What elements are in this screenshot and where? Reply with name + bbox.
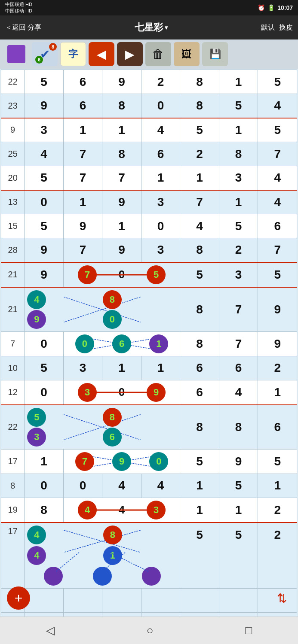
- header-left[interactable]: ＜返回 分享: [5, 23, 41, 32]
- cell: 0: [25, 190, 64, 214]
- nav-back-button[interactable]: ◁: [46, 624, 55, 637]
- cell: 1: [102, 214, 141, 238]
- cell: 1: [180, 498, 219, 522]
- cell: 2: [219, 238, 258, 262]
- four-three-circle-cell: 4 8 4 1: [25, 522, 180, 589]
- row-num: 7: [1, 331, 25, 356]
- cell: 4: [258, 190, 297, 214]
- circle-4e: 4: [78, 501, 97, 519]
- cell: 1: [141, 166, 180, 190]
- nav-recent-icon: □: [245, 624, 252, 637]
- cell: 9: [219, 449, 258, 474]
- table-row: 13 0 1 9 3 7 1 4: [1, 190, 297, 214]
- cell: 9: [25, 238, 64, 262]
- cell: 5: [219, 94, 258, 118]
- cell: 6: [258, 214, 297, 238]
- cell: 2: [141, 70, 180, 94]
- photos-icon: 🖼: [181, 48, 192, 60]
- add-button[interactable]: +: [7, 586, 30, 610]
- cell: 3: [141, 238, 180, 262]
- row-num: 22: [1, 405, 25, 450]
- back-tool[interactable]: ◀: [89, 42, 114, 66]
- header: ＜返回 分享 七星彩 ▾ 默认 换皮: [0, 15, 298, 39]
- cell: [219, 588, 258, 612]
- four-circle-cell2: 5 8 3 6: [25, 405, 180, 450]
- header-title: 七星彩 ▾: [135, 21, 168, 34]
- circle-6: 6: [112, 334, 131, 353]
- cell: 1: [219, 190, 258, 214]
- cell: 5: [25, 214, 64, 238]
- table-row-decorated2: 19 8 4 4 3 1 1 2: [1, 498, 297, 522]
- table-row-four-circle2: 22 5 8 3 6 8 8 6: [1, 405, 297, 450]
- cell: 5: [25, 166, 64, 190]
- nav-home-button[interactable]: ○: [147, 624, 154, 637]
- table-row: 25 4 7 8 6 2 8 7: [1, 142, 297, 166]
- cell: 6: [180, 356, 219, 380]
- cell: 7: [219, 287, 258, 332]
- header-right[interactable]: 默认 换皮: [261, 23, 293, 32]
- circle-8c: 8: [103, 408, 122, 427]
- photos-tool[interactable]: 🖼: [174, 42, 200, 66]
- share-button[interactable]: 分享: [28, 23, 41, 32]
- cell: 5: [180, 118, 219, 142]
- trash-tool[interactable]: 🗑: [145, 42, 171, 66]
- cell: 7: [63, 238, 102, 262]
- cell: 1: [258, 380, 297, 405]
- circle-1: 1: [149, 334, 168, 353]
- row-num: 17: [1, 522, 25, 589]
- cell: 8: [219, 142, 258, 166]
- cell: 1: [63, 118, 102, 142]
- cell: 1: [219, 498, 258, 522]
- cell: 1: [180, 474, 219, 498]
- row-num: 15: [1, 214, 25, 238]
- row-num: 10: [1, 356, 25, 380]
- cell: 5: [258, 70, 297, 94]
- clock-icon: ⏰: [258, 4, 265, 11]
- cell: 5: [25, 356, 64, 380]
- circle-7d: 7: [75, 452, 94, 471]
- skin-button[interactable]: 换皮: [279, 23, 293, 32]
- cell: 0: [25, 331, 64, 356]
- cell: 1: [219, 70, 258, 94]
- badge-6: 6: [35, 56, 43, 64]
- cell: 3: [25, 118, 64, 142]
- save-tool[interactable]: 💾: [202, 42, 228, 66]
- circle-0: 0: [103, 310, 122, 329]
- circle-0b: 0: [75, 334, 94, 353]
- carrier-info: 中国联通 HD 中国移动 HD: [5, 1, 32, 14]
- table-container: 22 5 6 9 2 8 1 5 23 9 6 8 0 8 5 4 9 3 1 …: [0, 69, 298, 638]
- cell: 0: [25, 380, 64, 405]
- toolbar: ✔ 8 6 字 ◀ ▶ 🗑 🖼 💾: [0, 39, 298, 69]
- row-num: 23: [1, 94, 25, 118]
- scroll-button[interactable]: ⇅: [272, 586, 291, 610]
- forward-tool[interactable]: ▶: [117, 42, 143, 66]
- table-row: 23 9 6 8 0 8 5 4: [1, 94, 297, 118]
- cell: 5: [258, 449, 297, 474]
- cell: 4: [141, 118, 180, 142]
- zi-tool[interactable]: 字: [60, 42, 86, 66]
- cell: 5: [219, 522, 258, 589]
- forward-arrow-icon: ▶: [125, 47, 135, 61]
- back-button[interactable]: ＜返回: [5, 23, 26, 32]
- default-button[interactable]: 默认: [261, 23, 275, 32]
- check-tool[interactable]: ✔ 8 6: [32, 42, 58, 66]
- time: 10:07: [277, 4, 293, 11]
- three-circle-cell2: 7 9 0: [63, 449, 180, 474]
- cell: [180, 588, 219, 612]
- table-row: 9 3 1 1 4 5 1 5: [1, 118, 297, 142]
- table-row: 10 5 3 1 1 6 6 2: [1, 356, 297, 380]
- cell: 9: [102, 238, 141, 262]
- color-tool[interactable]: [3, 42, 29, 66]
- cell: 1: [63, 190, 102, 214]
- color-swatch: [7, 45, 25, 63]
- cell: 5: [219, 474, 258, 498]
- chevron-down-icon[interactable]: ▾: [165, 24, 168, 31]
- cell: 4: [141, 474, 180, 498]
- cell: 2: [258, 522, 297, 589]
- cell: 7: [258, 238, 297, 262]
- nav-recent-button[interactable]: □: [245, 624, 252, 637]
- cell: 9: [25, 94, 64, 118]
- three-circle-cell: 0 6 1: [63, 331, 180, 356]
- cell: 8: [180, 405, 219, 450]
- row-num: 12: [1, 380, 25, 405]
